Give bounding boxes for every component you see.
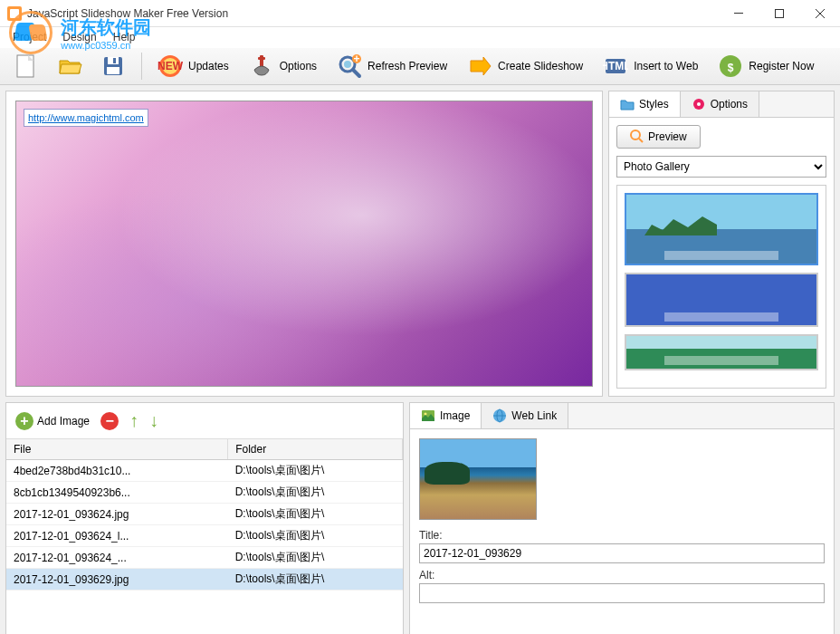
refresh-preview-button[interactable]: + Refresh Preview	[329, 49, 455, 83]
register-now-button[interactable]: $ Register Now	[710, 49, 822, 83]
title-label: Title:	[419, 529, 825, 542]
menubar: Project Design Help	[0, 27, 840, 47]
svg-text:HTML: HTML	[603, 60, 628, 72]
save-project-button[interactable]	[92, 49, 134, 83]
image-thumbnail	[419, 438, 537, 520]
preview-panel: http://www.magichtml.com	[5, 91, 603, 397]
svg-rect-1	[10, 9, 19, 18]
maximize-button[interactable]	[759, 0, 799, 27]
svg-point-15	[344, 61, 351, 68]
image-icon	[421, 408, 435, 423]
titlebar: JavaScript Slideshow Maker Free Version	[0, 0, 840, 27]
options-label: Options	[280, 60, 317, 72]
svg-rect-13	[258, 57, 265, 60]
remove-image-button[interactable]: −	[97, 410, 122, 432]
svg-line-16	[353, 70, 359, 76]
app-icon	[7, 6, 22, 21]
updates-label: Updates	[188, 60, 229, 72]
svg-point-24	[697, 102, 701, 106]
main-toolbar: NEW Updates Options + Refresh Preview Cr…	[0, 47, 840, 85]
table-row[interactable]: 4bed2e738bd4b31c10...D:\tools\桌面\图片\	[6, 460, 403, 482]
svg-text:+: +	[354, 53, 360, 65]
style-thumbnails[interactable]	[616, 185, 826, 389]
svg-text:NEW: NEW	[158, 60, 183, 72]
svg-rect-3	[775, 9, 783, 17]
style-preview-button[interactable]: Preview	[616, 125, 701, 149]
open-project-button[interactable]	[49, 49, 91, 83]
table-row[interactable]: 2017-12-01_093629.jpgD:\tools\桌面\图片\	[6, 569, 403, 591]
tab-styles[interactable]: Styles	[609, 91, 681, 117]
updates-button[interactable]: NEW Updates	[149, 49, 237, 83]
svg-rect-7	[113, 58, 116, 63]
svg-rect-8	[107, 67, 119, 74]
menu-design[interactable]: Design	[55, 29, 103, 45]
slideshow-preview: http://www.magichtml.com	[15, 101, 593, 387]
col-file[interactable]: File	[6, 439, 228, 460]
create-slideshow-label: Create Slideshow	[498, 60, 583, 72]
menu-project[interactable]: Project	[5, 29, 53, 45]
arrow-down-icon: ↓	[149, 410, 158, 431]
menu-help[interactable]: Help	[106, 29, 143, 45]
watermark-link[interactable]: http://www.magichtml.com	[24, 109, 148, 127]
title-input[interactable]	[419, 543, 825, 563]
styles-panel: Styles Options Preview Photo Gallery	[608, 91, 835, 397]
insert-to-web-button[interactable]: HTML Insert to Web	[595, 49, 706, 83]
magnifier-icon	[630, 130, 644, 144]
svg-line-26	[639, 139, 643, 142]
globe-icon	[492, 408, 507, 423]
gear-icon	[692, 97, 706, 111]
style-thumb-3[interactable]	[625, 334, 818, 370]
image-list-panel: + Add Image − ↑ ↓ File Folder	[5, 402, 404, 634]
options-button[interactable]: Options	[241, 49, 325, 83]
create-slideshow-button[interactable]: Create Slideshow	[459, 49, 591, 83]
svg-text:$: $	[728, 62, 734, 74]
style-thumb-1[interactable]	[625, 193, 818, 265]
close-button[interactable]	[799, 0, 840, 27]
image-detail-panel: Image Web Link Title: Alt:	[409, 402, 835, 634]
tab-options[interactable]: Options	[681, 91, 759, 117]
move-down-button[interactable]: ↓	[146, 408, 162, 433]
register-now-label: Register Now	[749, 60, 814, 72]
style-thumb-2[interactable]	[625, 273, 818, 327]
table-row[interactable]: 8cb1cb1349540923b6...D:\tools\桌面\图片\	[6, 482, 403, 504]
style-category-select[interactable]: Photo Gallery	[616, 156, 826, 178]
alt-input[interactable]	[419, 583, 825, 603]
table-row[interactable]: 2017-12-01_093624.jpgD:\tools\桌面\图片\	[6, 504, 403, 525]
folder-icon	[620, 97, 635, 111]
tab-image[interactable]: Image	[410, 403, 482, 428]
alt-label: Alt:	[419, 569, 825, 581]
add-image-button[interactable]: + Add Image	[12, 410, 93, 432]
table-row[interactable]: 2017-12-01_093624_l...D:\tools\桌面\图片\	[6, 525, 403, 547]
image-file-table[interactable]: File Folder 4bed2e738bd4b31c10...D:\tool…	[6, 439, 403, 591]
table-row[interactable]: 2017-12-01_093624_...D:\tools\桌面\图片\	[6, 547, 403, 569]
svg-point-25	[631, 130, 640, 139]
minimize-button[interactable]	[718, 0, 759, 27]
tab-weblink[interactable]: Web Link	[482, 403, 568, 428]
minus-icon: −	[100, 412, 119, 430]
new-project-button[interactable]	[5, 49, 47, 83]
move-up-button[interactable]: ↑	[126, 408, 142, 433]
refresh-preview-label: Refresh Preview	[368, 60, 447, 72]
svg-rect-2	[734, 13, 743, 14]
insert-to-web-label: Insert to Web	[634, 60, 698, 72]
window-title: JavaScript Slideshow Maker Free Version	[27, 7, 718, 20]
plus-icon: +	[15, 412, 33, 430]
col-folder[interactable]: Folder	[228, 439, 403, 460]
arrow-up-icon: ↑	[129, 410, 138, 431]
